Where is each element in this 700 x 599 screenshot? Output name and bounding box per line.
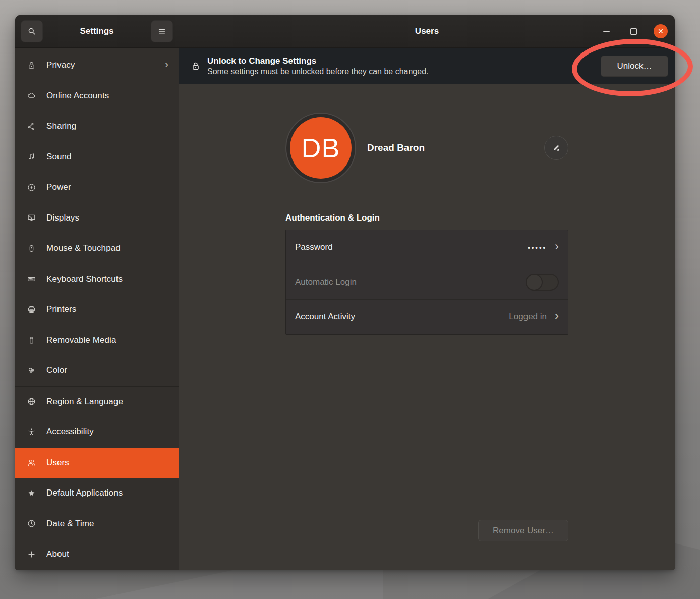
main-panel: Users ✕ Unlock to Change Settings Some s…	[179, 15, 675, 570]
unlock-button[interactable]: Unlock…	[601, 56, 668, 77]
edit-name-button[interactable]	[544, 136, 568, 160]
menu-button[interactable]	[151, 20, 173, 42]
close-button[interactable]: ✕	[654, 24, 668, 38]
avatar-initials: DB	[290, 117, 352, 179]
sidebar-item-label: Region & Language	[46, 397, 168, 407]
auth-row-label: Password	[295, 242, 333, 252]
sidebar-item-label: Date & Time	[46, 519, 168, 529]
sidebar: Settings Privacy›Online AccountsSharingS…	[15, 15, 179, 570]
mouse-icon	[26, 244, 37, 253]
maximize-button[interactable]	[626, 24, 640, 38]
sidebar-item-online-accounts[interactable]: Online Accounts	[15, 81, 179, 112]
sidebar-item-label: Sound	[46, 152, 168, 162]
sidebar-item-label: Keyboard Shortcuts	[46, 274, 168, 284]
sidebar-item-mouse[interactable]: Mouse & Touchpad	[15, 233, 179, 264]
pencil-icon	[551, 143, 561, 153]
user-fullname: Dread Baron	[367, 142, 425, 153]
sidebar-item-sound[interactable]: Sound	[15, 142, 179, 173]
minimize-button[interactable]	[599, 24, 613, 38]
sidebar-item-color[interactable]: Color	[15, 355, 179, 386]
sidebar-item-printers[interactable]: Printers	[15, 294, 179, 325]
printers-icon	[26, 305, 37, 314]
sidebar-item-privacy[interactable]: Privacy›	[15, 50, 179, 81]
sidebar-item-keyboard[interactable]: Keyboard Shortcuts	[15, 264, 179, 295]
sidebar-item-datetime[interactable]: Date & Time	[15, 509, 179, 539]
chevron-right-icon: ›	[555, 240, 559, 252]
sidebar-item-label: Displays	[46, 213, 168, 223]
maximize-icon	[630, 28, 637, 35]
app-title: Settings	[43, 26, 151, 36]
auth-row-value: Logged in	[509, 312, 547, 322]
auth-row-label: Account Activity	[295, 312, 355, 322]
main-header: Users ✕	[179, 15, 675, 48]
hamburger-menu-icon	[157, 26, 167, 36]
sidebar-item-users[interactable]: Users	[15, 448, 179, 478]
content-area: DB Dread Baron Authentication & Login Pa…	[179, 84, 675, 570]
sidebar-item-about[interactable]: About	[15, 539, 179, 570]
displays-icon	[26, 213, 37, 223]
sidebar-item-sharing[interactable]: Sharing	[15, 111, 179, 142]
sidebar-item-label: About	[46, 549, 168, 559]
toggle-knob	[526, 274, 543, 291]
sidebar-item-default-apps[interactable]: Default Applications	[15, 478, 179, 509]
lock-icon	[190, 61, 201, 72]
sidebar-item-displays[interactable]: Displays	[15, 203, 179, 234]
sidebar-item-label: Mouse & Touchpad	[46, 243, 168, 253]
datetime-icon	[26, 519, 37, 528]
region-icon	[26, 397, 37, 406]
automatic-login-toggle[interactable]	[526, 274, 559, 291]
search-button[interactable]	[21, 20, 43, 42]
sidebar-list: Privacy›Online AccountsSharingSoundPower…	[15, 48, 179, 570]
sidebar-item-label: Users	[46, 458, 168, 468]
sidebar-item-label: Sharing	[46, 121, 168, 131]
window-controls: ✕	[599, 15, 668, 47]
about-icon	[26, 550, 37, 559]
sidebar-item-label: Printers	[46, 304, 168, 314]
sidebar-header: Settings	[15, 15, 179, 48]
sidebar-item-label: Default Applications	[46, 488, 168, 498]
user-row: DB Dread Baron	[285, 113, 568, 183]
sidebar-item-label: Power	[46, 182, 168, 192]
sidebar-item-power[interactable]: Power	[15, 172, 179, 203]
search-icon	[27, 26, 37, 36]
users-icon	[26, 458, 37, 467]
page-title: Users	[415, 26, 439, 36]
auth-row-password[interactable]: Password•••••›	[286, 230, 568, 265]
sidebar-item-label: Online Accounts	[46, 91, 168, 101]
chevron-right-icon: ›	[555, 310, 559, 322]
sharing-icon	[26, 122, 37, 131]
default-apps-icon	[26, 488, 37, 498]
sidebar-item-label: Removable Media	[46, 335, 168, 345]
auth-row-account-activity[interactable]: Account ActivityLogged in›	[286, 299, 568, 334]
sidebar-item-removable-media[interactable]: Removable Media	[15, 325, 179, 356]
power-icon	[26, 183, 37, 192]
banner-text: Unlock to Change Settings Some settings …	[207, 56, 429, 76]
auth-row-value: •••••	[528, 244, 547, 251]
auth-section-heading: Authentication & Login	[285, 213, 568, 223]
auth-row-automatic-login[interactable]: Automatic Login	[286, 265, 568, 300]
settings-window: Settings Privacy›Online AccountsSharingS…	[15, 15, 675, 570]
accessibility-icon	[26, 427, 37, 437]
sidebar-item-label: Privacy	[46, 60, 155, 70]
unlock-banner: Unlock to Change Settings Some settings …	[179, 48, 675, 84]
sound-icon	[26, 152, 37, 161]
sidebar-item-label: Color	[46, 365, 168, 375]
sidebar-item-label: Accessibility	[46, 427, 168, 437]
sidebar-item-region[interactable]: Region & Language	[15, 387, 179, 417]
auth-row-label: Automatic Login	[295, 277, 357, 287]
removable-media-icon	[26, 335, 37, 345]
banner-subtitle: Some settings must be unlocked before th…	[207, 67, 429, 76]
privacy-icon	[26, 61, 37, 70]
online-accounts-icon	[26, 91, 37, 100]
sidebar-item-accessibility[interactable]: Accessibility	[15, 417, 179, 448]
minimize-icon	[603, 31, 610, 32]
remove-user-button[interactable]: Remove User…	[478, 520, 568, 541]
avatar: DB	[285, 113, 356, 183]
auth-list: Password•••••›Automatic LoginAccount Act…	[285, 230, 568, 335]
chevron-right-icon: ›	[165, 59, 168, 70]
keyboard-icon	[26, 274, 37, 284]
color-icon	[26, 366, 37, 375]
close-icon: ✕	[658, 28, 664, 35]
banner-title: Unlock to Change Settings	[207, 56, 429, 66]
